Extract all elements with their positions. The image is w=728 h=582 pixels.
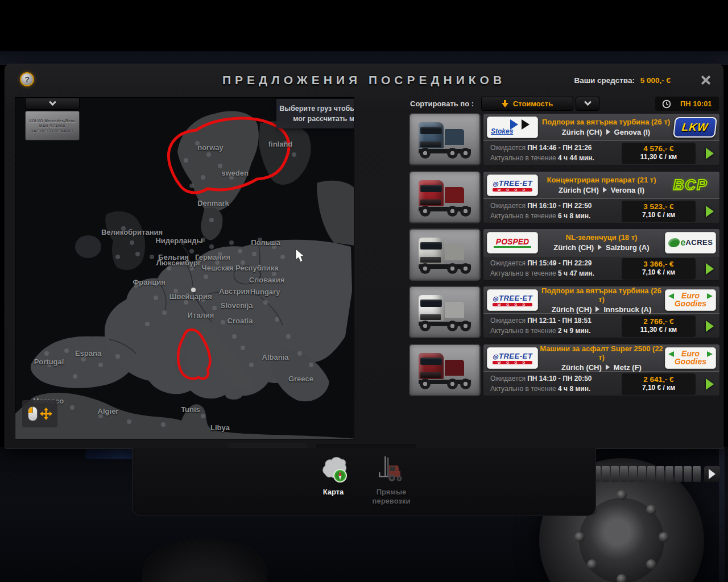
sort-dropdown-value: Стоимость xyxy=(513,99,553,108)
cargo-title: NL-зеленчуци (18 т) xyxy=(538,233,665,242)
mouse-icon xyxy=(28,406,38,421)
page-segment[interactable] xyxy=(638,466,646,482)
money-value: 5 000,- € xyxy=(640,76,671,85)
rate-per-km: 7,10 € / км xyxy=(622,384,696,392)
accept-offer-button[interactable] xyxy=(704,206,716,217)
price-box: 2 641,- €7,10 € / км xyxy=(622,373,696,395)
cargo-title: Машини за асфалт Super 2500 (22 т) xyxy=(538,344,665,361)
offer-row[interactable]: POSPEDNL-зеленчуци (18 т)Zürich (CH)Salz… xyxy=(409,228,720,281)
offer-card[interactable]: ◎TREE-ETW O O DКонцентриран препарат (21… xyxy=(483,171,720,223)
page-segment[interactable] xyxy=(656,466,664,482)
page-segment[interactable] xyxy=(620,466,628,482)
move-arrows-icon xyxy=(40,408,52,420)
sort-expand-button[interactable] xyxy=(576,97,599,111)
page-segment[interactable] xyxy=(602,466,610,482)
valid-time: Актуально в течение 4 ч 44 мин. xyxy=(490,153,622,163)
offer-row[interactable]: ◎TREE-ETW O O DМашини за асфалт Super 25… xyxy=(409,344,720,396)
screen: ? ПРЕДЛОЖЕНИЯ ПОСРЕДНИКОВ Ваши средства:… xyxy=(0,0,728,582)
clock-icon xyxy=(662,99,671,109)
client-logo: LKW xyxy=(673,117,717,138)
map-label: Algier xyxy=(98,407,119,415)
company-logo: ◎TREE-ETW O O D xyxy=(487,174,538,196)
offer-card[interactable]: StokesПодпори за вятърна турбина (26 т)Z… xyxy=(483,113,720,165)
route-arrow-icon xyxy=(606,129,610,135)
page-segment[interactable] xyxy=(684,466,692,482)
map-label: Albania xyxy=(262,353,289,361)
route-arrow-icon xyxy=(606,364,610,370)
map-label: Espana xyxy=(75,349,101,357)
price: 3 523,- € xyxy=(622,202,696,211)
tab-direct-freight[interactable]: Прямые перевозки xyxy=(360,455,423,505)
company-logo: POSPED xyxy=(487,232,538,253)
map-label: Hungary xyxy=(250,288,280,296)
tab-map[interactable]: Карта xyxy=(302,455,365,496)
offer-row[interactable]: StokesПодпори за вятърна турбина (26 т)Z… xyxy=(409,113,720,165)
sort-direction-icon xyxy=(502,100,508,107)
accept-offer-button[interactable] xyxy=(704,379,716,390)
europe-map[interactable]: norwayfinlandswedenDenmarkВеликобритания… xyxy=(15,97,354,439)
offer-card[interactable]: ◎TREE-ETW O O DМашини за асфалт Super 25… xyxy=(483,344,720,396)
money-label: Ваши средства: xyxy=(574,76,634,85)
map-label: Tunis xyxy=(181,405,200,414)
map-label: Италия xyxy=(188,311,214,319)
green-arrow-icon xyxy=(706,379,714,390)
route: Zürich (CH)Innsbruck (A) xyxy=(538,305,665,314)
map-label: norway xyxy=(197,143,224,152)
map-drag-hint xyxy=(22,400,57,427)
player-money: Ваши средства: 5 000,- € xyxy=(574,76,671,85)
map-label: Greece xyxy=(288,375,313,383)
chevron-down-icon xyxy=(584,98,592,106)
valid-time: Актуально в течение 5 ч 47 мин. xyxy=(490,269,622,278)
map-label: Франция xyxy=(133,278,166,286)
truck-thumbnail xyxy=(409,171,481,223)
offer-row[interactable]: ◎TREE-ETW O O DКонцентриран препарат (21… xyxy=(409,171,720,223)
brand-filter-panel: VOLVO Mercedes-BenzMAN SCANIADAF IVECO R… xyxy=(25,98,80,140)
offer-card[interactable]: POSPEDNL-зеленчуци (18 т)Zürich (CH)Salz… xyxy=(483,228,720,281)
route: Zürich (CH)Metz (F) xyxy=(538,363,665,372)
offer-card[interactable]: ◎TREE-ETW O O DПодпори за вятърна турбин… xyxy=(483,286,720,338)
sort-by-label: Сортировать по : xyxy=(410,99,474,108)
page-segment[interactable] xyxy=(629,466,637,482)
green-arrow-icon xyxy=(706,321,714,332)
tooltip-line-1: Выберите груз чтобы навигатор xyxy=(276,103,354,114)
route: Zürich (CH)Verona (I) xyxy=(538,186,665,194)
freight-broker-dialog: ? ПРЕДЛОЖЕНИЯ ПОСРЕДНИКОВ Ваши средства:… xyxy=(5,64,723,449)
truck-brand-logos[interactable]: VOLVO Mercedes-BenzMAN SCANIADAF IVECO R… xyxy=(25,111,80,140)
offer-row[interactable]: ◎TREE-ETW O O DПодпори за вятърна турбин… xyxy=(409,286,720,338)
map-label: Croatia xyxy=(228,317,253,325)
price-box: 3 366,- €7,10 € / км xyxy=(622,258,696,280)
route: Zürich (CH)Genova (I) xyxy=(538,128,674,136)
route: Zürich (CH)Salzburg (A) xyxy=(538,243,665,252)
cargo-title: Концентриран препарат (21 т) xyxy=(538,176,665,184)
truck-thumbnail xyxy=(409,286,481,338)
map-label: finland xyxy=(268,140,293,148)
brand-filter-collapse-button[interactable] xyxy=(25,98,80,110)
map-label: Великобритания xyxy=(101,228,163,236)
page-segment[interactable] xyxy=(675,466,682,482)
brand-logo-row: VOLVO Mercedes-Benz xyxy=(29,119,75,123)
page-segment[interactable] xyxy=(611,466,619,482)
map-label: Portugal xyxy=(34,357,64,366)
map-label: Libya xyxy=(210,423,230,432)
accept-offer-button[interactable] xyxy=(704,148,716,159)
expected-time: Ожидается ПН 15:49 - ПН 22:29 xyxy=(490,259,622,268)
map-label: Люксембург xyxy=(156,259,201,267)
page-next-button[interactable] xyxy=(704,466,720,482)
price: 3 366,- € xyxy=(622,260,696,268)
rate-per-km: 11,30 € / км xyxy=(622,326,696,334)
green-arrow-icon xyxy=(706,148,714,159)
map-label: Польша xyxy=(251,238,280,247)
accept-offer-button[interactable] xyxy=(704,321,716,332)
accept-offer-button[interactable] xyxy=(704,263,716,275)
page-segment[interactable] xyxy=(647,466,655,482)
page-segment[interactable] xyxy=(693,466,701,482)
route-tooltip: Выберите груз чтобы навигатор мог рассчи… xyxy=(276,99,354,128)
green-arrow-icon xyxy=(706,206,714,217)
expected-time: Ожидается ПН 14:10 - ПН 20:50 xyxy=(490,374,622,384)
expected-time: Ожидается ПН 12:11 - ПН 18:51 xyxy=(490,316,622,326)
rate-per-km: 7,10 € / км xyxy=(622,268,696,276)
map-label: Словакия xyxy=(249,276,285,284)
close-button[interactable] xyxy=(699,73,713,87)
sort-dropdown[interactable]: Стоимость xyxy=(481,97,573,111)
page-segment[interactable] xyxy=(665,466,673,482)
